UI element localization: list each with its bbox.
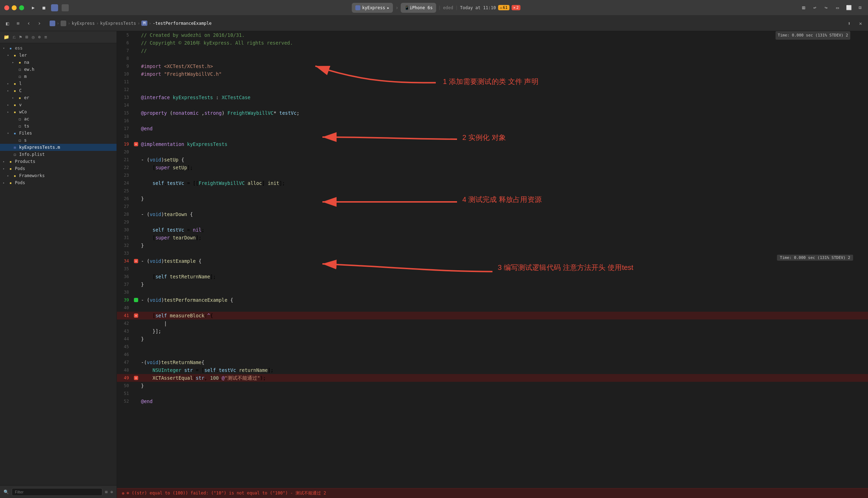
line-44: 44 } [117,335,868,343]
linenum-5: 5 [117,31,133,39]
linemarker-39 [133,296,139,304]
sidebar-icon6[interactable]: ⊕ [38,34,41,40]
linenum-20: 20 [117,148,133,156]
linenum-43: 43 [117,327,133,335]
sidebar-label-l1d: v [19,102,22,107]
sidebar-icon1[interactable]: 📁 [4,34,9,40]
maximize-button[interactable] [19,5,24,10]
error-marker-19: ✕ [134,142,138,146]
sidebar-label-l2b: ew.h [24,67,34,72]
sidebar-icon3[interactable]: ⚑ [19,34,22,40]
run-button[interactable]: ▶ [30,4,37,11]
sidebar-toolbar: 📁 ⎌ ⚑ ⊞ ◎ ⊕ ≡ [0,31,117,43]
sidebar-item-l1a[interactable]: ▾ ▪ ler [0,52,117,59]
sidebar-item-l2b[interactable]: ▸ ◻ ew.h [0,66,117,73]
line-10: 10 #import "FreightWaybillVC.h" [117,70,868,78]
line-22: 22 [super setUp]; [117,164,868,171]
linenum-23: 23 [117,171,133,179]
warning-badge[interactable]: ⚠ 61 [498,5,509,10]
sidebar-icon7[interactable]: ≡ [44,34,47,40]
line-11: 11 [117,78,868,86]
toolbar-left-icon1[interactable]: ⊞ [14,19,22,27]
filter-right-icon2[interactable]: ⊕ [111,489,113,494]
sidebar-item-infoplist[interactable]: ▸ ◻ Info.plist [0,151,117,158]
sidebar-item-l2d[interactable]: ▸ ▪ er [0,94,117,101]
linecode-11 [139,78,868,86]
expand-icon[interactable]: ✕ [857,19,864,27]
nav-up-icon[interactable]: ⬆ [845,19,853,27]
folder-pods-icon: ▪ [8,166,13,171]
sidebar-item-pods[interactable]: ▸ ▪ Pods [0,165,117,172]
sidebar-item-products[interactable]: ▸ ▪ Products [0,158,117,165]
minimize-button[interactable] [12,5,17,10]
error-badge[interactable]: ✕ 2 [512,5,520,10]
sidebar-item-kyexpresstests[interactable]: ▸ m kyExpressTests.m [0,144,117,151]
grid-icon[interactable]: ⊞ [800,4,807,11]
linenum-42: 42 [117,319,133,327]
device-icon: 📱 [404,5,410,10]
sidebar-icon4[interactable]: ⊞ [26,34,28,40]
code-scroll-area[interactable]: 5 // Created by wudezhi on 2016/10/31. 6… [117,31,868,498]
sidebar-item-root[interactable]: ▾ ▪ ess [0,45,117,52]
filter-input[interactable] [12,488,102,496]
linecode-37: } [139,281,868,288]
sidebar-item-l2c[interactable]: ▸ ◻ m [0,73,117,80]
linenum-33: 33 [117,249,133,257]
line-49: 49 ✕ XCTAssertEqual(str, 100,@"测试不能通过"); [117,374,868,382]
success-marker-39 [134,298,138,302]
linemarker-36 [133,273,139,281]
linecode-40 [139,304,868,312]
single-pane-icon[interactable]: ▭ [834,4,841,11]
stop-button[interactable]: ■ [40,4,47,11]
close-button[interactable] [4,5,9,10]
nav-back-icon[interactable]: ‹ [25,19,33,27]
sidebar-item-l2a[interactable]: ▸ ▪ na [0,59,117,66]
split-pane-icon[interactable]: ⬜ [845,4,852,11]
linemarker-37 [133,281,139,288]
line-21: 21 - (void)setUp { [117,156,868,164]
line-43: 43 }]; [117,327,868,335]
code-content[interactable]: 5 // Created by wudezhi on 2016/10/31. 6… [117,31,868,498]
separator3: | [455,5,458,10]
linenum-45: 45 [117,343,133,351]
device-selector[interactable]: 📱 iPhone 6s [401,3,436,13]
sidebar-item-l1e[interactable]: ▸ ▪ wCo [0,108,117,115]
arrow-l1c: ▸ [7,89,12,92]
folder-frameworks-icon: ▪ [12,173,18,179]
sidebar-item-l1b[interactable]: ▸ ▪ l [0,80,117,87]
sidebar-icon2[interactable]: ⎌ [13,34,16,40]
arrow-pods2: ▸ [3,181,8,185]
linenum-49: 49 [117,374,133,382]
triple-pane-icon[interactable]: ⊡ [857,4,864,11]
titlebar-center: kyExpress ▸ › 📱 iPhone 6s | eded | Today… [75,3,797,13]
sidebar-item-l1c[interactable]: ▸ ▪ C [0,87,117,94]
error-marker-34: ✕ [134,259,138,263]
back-icon[interactable]: ↩ [811,4,818,11]
forward-icon[interactable]: ↪ [823,4,830,11]
folder-l1e-icon: ▪ [12,109,18,115]
sidebar-item-l1d[interactable]: ▸ ▪ v [0,101,117,108]
scheme-selector[interactable]: kyExpress ▸ [352,3,393,13]
arrow-frameworks: ▸ [7,174,12,177]
linemarker-23 [133,171,139,179]
breadcrumb: › › kyExpress › kyExpressTests › M › -te… [50,21,842,26]
linemarker-32 [133,242,139,249]
sidebar-item-l2f[interactable]: ▸ ◻ ts [0,123,117,130]
linenum-32: 32 [117,242,133,249]
sidebar-item-l2e[interactable]: ▸ ◻ ac [0,115,117,123]
sidebar-item-frameworks[interactable]: ▸ ▪ Frameworks [0,172,117,179]
sidebar-icon5[interactable]: ◎ [32,34,35,40]
line-15: 15 @property (nonatomic ,strong) Freight… [117,109,868,117]
line-33: 33 [117,249,868,257]
nav-forward-icon[interactable]: › [35,19,43,27]
linecode-16 [139,117,868,125]
filter-right-icon1[interactable]: ⊞ [105,489,108,494]
line-24: 24 self.testVc = [[FreightWaybillVC allo… [117,179,868,187]
sidebar-toggle-icon[interactable]: ◧ [4,19,11,27]
linemarker-52 [133,397,139,405]
sidebar-item-file-s[interactable]: ▸ ◻ s [0,137,117,144]
warning-count: 61 [503,5,507,10]
sidebar-item-pods2[interactable]: ▸ ▪ Pods [0,179,117,186]
sidebar-item-files[interactable]: ▾ ▪ Files [0,130,117,137]
linecode-23 [139,171,868,179]
